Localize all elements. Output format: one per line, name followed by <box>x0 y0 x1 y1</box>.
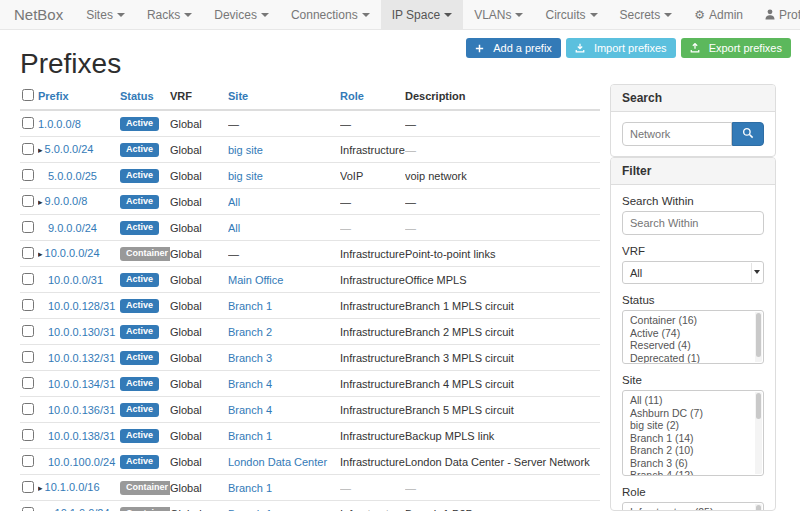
site-link[interactable]: Branch 2 <box>228 326 272 338</box>
site-multiselect[interactable]: All (11)Ashburn DC (7)big site (2)Branch… <box>622 390 764 476</box>
scrollbar-thumb[interactable] <box>756 393 761 419</box>
prefix-link[interactable]: 5.0.0.0/24 <box>45 143 94 155</box>
scrollbar[interactable] <box>755 312 762 362</box>
site-link[interactable]: Branch 1 <box>228 482 272 494</box>
prefix-link[interactable]: 9.0.0.0/24 <box>48 222 97 234</box>
row-checkbox[interactable] <box>22 221 34 233</box>
prefix-link[interactable]: 10.0.0.0/24 <box>45 247 100 259</box>
status-badge[interactable]: Active <box>120 403 159 417</box>
nav-item-secrets[interactable]: Secrets <box>609 0 684 29</box>
listbox-option[interactable]: Branch 1 (14) <box>630 432 763 445</box>
status-badge[interactable]: Active <box>120 273 159 287</box>
row-checkbox[interactable] <box>22 481 34 493</box>
nav-item-racks[interactable]: Racks <box>136 0 203 29</box>
site-link[interactable]: Branch 4 <box>228 404 272 416</box>
row-checkbox[interactable] <box>22 273 34 285</box>
role-multiselect[interactable]: Infrastructure (25)Management (8)Private… <box>622 502 764 511</box>
import-prefixes-button[interactable]: Import prefixes <box>566 38 676 58</box>
row-checkbox[interactable] <box>22 351 34 363</box>
nav-item-circuits[interactable]: Circuits <box>534 0 608 29</box>
status-badge[interactable]: Active <box>120 351 159 365</box>
prefix-link[interactable]: 10.0.0.130/31 <box>48 326 115 338</box>
listbox-option[interactable]: Deprecated (1) <box>630 352 763 365</box>
search-button[interactable] <box>732 122 764 146</box>
prefix-link[interactable]: 10.0.0.128/31 <box>48 300 115 312</box>
prefix-link[interactable]: 5.0.0.0/25 <box>48 170 97 182</box>
listbox-option[interactable]: Container (16) <box>630 314 763 327</box>
site-link[interactable]: Branch 3 <box>228 352 272 364</box>
column-header-site[interactable]: Site <box>228 84 340 110</box>
status-badge[interactable]: Active <box>120 117 159 131</box>
row-checkbox[interactable] <box>22 403 34 415</box>
scrollbar[interactable] <box>755 392 762 474</box>
status-badge[interactable]: Active <box>120 377 159 391</box>
nav-item-devices[interactable]: Devices <box>203 0 280 29</box>
scrollbar[interactable] <box>755 504 762 511</box>
status-badge[interactable]: Container <box>120 481 170 495</box>
status-badge[interactable]: Active <box>120 325 159 339</box>
prefix-link[interactable]: 9.0.0.0/8 <box>45 195 88 207</box>
search-input[interactable] <box>622 122 732 146</box>
scrollbar-thumb[interactable] <box>756 505 761 511</box>
status-badge[interactable]: Active <box>120 455 159 469</box>
prefix-link[interactable]: 10.1.0.0/16 <box>45 481 100 493</box>
site-link[interactable]: Branch 1 <box>228 300 272 312</box>
prefix-link[interactable]: 10.0.0.0/31 <box>48 274 103 286</box>
scrollbar-thumb[interactable] <box>756 313 761 357</box>
row-checkbox[interactable] <box>22 429 34 441</box>
select-all-checkbox[interactable] <box>22 89 34 101</box>
status-badge[interactable]: Container <box>120 507 170 511</box>
site-link[interactable]: Branch 4 <box>228 378 272 390</box>
site-link[interactable]: big site <box>228 170 263 182</box>
nav-item-vlans[interactable]: VLANs <box>463 0 534 29</box>
netbox-brand[interactable]: NetBox <box>0 0 75 29</box>
column-header-status[interactable]: Status <box>120 84 170 110</box>
row-checkbox[interactable] <box>22 455 34 467</box>
site-link[interactable]: London Data Center <box>228 456 327 468</box>
row-checkbox[interactable] <box>22 299 34 311</box>
row-checkbox[interactable] <box>22 169 34 181</box>
listbox-option[interactable]: Reserved (4) <box>630 339 763 352</box>
site-link[interactable]: All <box>228 222 240 234</box>
add-prefix-button[interactable]: Add a prefix <box>466 38 561 58</box>
nav-item-connections[interactable]: Connections <box>280 0 381 29</box>
search-within-input[interactable] <box>622 211 764 235</box>
site-link[interactable]: All <box>228 196 240 208</box>
row-checkbox[interactable] <box>22 247 34 259</box>
status-badge[interactable]: Active <box>120 299 159 313</box>
row-checkbox[interactable] <box>22 325 34 337</box>
row-checkbox[interactable] <box>22 143 34 155</box>
status-badge[interactable]: Active <box>120 195 159 209</box>
column-header-prefix[interactable]: Prefix <box>38 84 120 110</box>
site-link[interactable]: Branch 1 <box>228 430 272 442</box>
listbox-option[interactable]: Active (74) <box>630 327 763 340</box>
row-checkbox[interactable] <box>22 507 34 511</box>
prefix-link[interactable]: 10.0.0.134/31 <box>48 378 115 390</box>
row-checkbox[interactable] <box>22 377 34 389</box>
prefix-link[interactable]: 10.0.100.0/24 <box>48 456 115 468</box>
status-badge[interactable]: Active <box>120 169 159 183</box>
prefix-link[interactable]: 1.0.0.0/8 <box>38 118 81 130</box>
nav-item-admin[interactable]: ⚙Admin <box>683 0 754 29</box>
prefix-link[interactable]: 10.0.0.132/31 <box>48 352 115 364</box>
status-multiselect[interactable]: Container (16)Active (74)Reserved (4)Dep… <box>622 310 764 364</box>
prefix-link[interactable]: 10.1.0.0/24 <box>55 507 110 511</box>
listbox-option[interactable]: Branch 4 (12) <box>630 469 763 476</box>
prefix-link[interactable]: 10.0.0.138/31 <box>48 430 115 442</box>
status-badge[interactable]: Container <box>120 247 170 261</box>
export-prefixes-button[interactable]: Export prefixes <box>681 38 791 58</box>
nav-item-profile[interactable]: Profile <box>754 0 800 29</box>
site-link[interactable]: big site <box>228 144 263 156</box>
site-link[interactable]: Branch 1 <box>228 508 272 511</box>
listbox-option[interactable]: Branch 2 (10) <box>630 444 763 457</box>
nav-item-sites[interactable]: Sites <box>75 0 136 29</box>
site-link[interactable]: Main Office <box>228 274 283 286</box>
prefix-link[interactable]: 10.0.0.136/31 <box>48 404 115 416</box>
row-checkbox[interactable] <box>22 195 34 207</box>
status-badge[interactable]: Active <box>120 429 159 443</box>
status-badge[interactable]: Active <box>120 221 159 235</box>
listbox-option[interactable]: Ashburn DC (7) <box>630 407 763 420</box>
vrf-select[interactable]: All <box>622 261 764 284</box>
column-header-role[interactable]: Role <box>340 84 405 110</box>
status-badge[interactable]: Active <box>120 143 159 157</box>
